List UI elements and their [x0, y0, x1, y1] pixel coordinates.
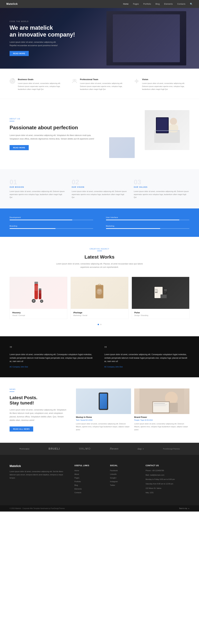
footer-about-text: Lorem ipsum dolor sit amet, consectetur … [10, 470, 68, 480]
feature-title-1: Business Goals [18, 78, 65, 80]
hero-tag: CODE THE WORLD [10, 20, 75, 22]
feature-text-2: Lorem ipsum dolor sit amet, consectetur … [80, 82, 127, 91]
footer-link-portfolio[interactable]: Portfolio [74, 480, 81, 482]
testimonials-section: " Lorem ipsum dolor sit amet, consectetu… [0, 336, 199, 377]
footer-link-blog[interactable]: Blog [74, 484, 78, 486]
brand-brueli: BRUELI [48, 447, 60, 450]
news-card-2: Brand Power People / Topic 02.05.2016 Lo… [134, 388, 190, 432]
read-all-news-button[interactable]: READ ALL NEWS [10, 426, 33, 432]
portfolio-name-3: Pulse [134, 312, 187, 314]
svg-rect-19 [39, 288, 41, 290]
quote-icon-2: " [104, 346, 190, 351]
footer-link-about[interactable]: About [74, 473, 79, 475]
news-post-title-2: Brand Power [134, 416, 190, 418]
back-to-top-button[interactable]: Back to top [179, 508, 190, 509]
footer-social-section: Social Facebook LinkedIn Google+ Instagr… [110, 464, 139, 496]
footer-social-facebook[interactable]: Facebook [110, 470, 118, 472]
nav-pages[interactable]: Pages [133, 3, 139, 5]
footer-social-twitter[interactable]: Twitter [110, 484, 115, 486]
hero-cta-button[interactable]: READ MORE [10, 51, 29, 56]
news-post-text-2: Lorem ipsum dolor sit amet, consectetur … [134, 422, 190, 431]
nav-portfolio[interactable]: Portfolio [143, 3, 151, 5]
mission-title-1: OUR MISSION [10, 186, 65, 188]
nav-blog[interactable]: Blog [156, 3, 160, 5]
news-img-2 [134, 388, 190, 414]
svg-rect-13 [169, 124, 178, 132]
svg-point-12 [170, 118, 177, 125]
portfolio-card-2[interactable]: iPackage Marketing / Social [70, 277, 128, 319]
nav-home[interactable]: Home [123, 3, 128, 5]
svg-rect-14 [154, 130, 179, 131]
svg-rect-10 [157, 118, 168, 132]
footer-social-heading: Social [110, 464, 139, 467]
portfolio-card-3[interactable]: focus on the shit Pulse Design / Brandin… [132, 277, 190, 319]
footer-social-linkedin[interactable]: LinkedIn [110, 473, 117, 475]
mission-item-2: 02 OUR VISION Lorem ipsum dolor sit amet… [72, 179, 127, 199]
nav-elements[interactable]: Elements [164, 3, 173, 5]
about-illustration [151, 116, 183, 144]
dot-2[interactable] [100, 324, 102, 325]
news-card-1: Meetup In Rome Tech / Social 02.6.2016 L… [76, 388, 131, 432]
about-read-more-button[interactable]: READ MORE [10, 145, 29, 150]
svg-text:shit: shit [155, 292, 158, 293]
footer-link-contacts[interactable]: Contacts [74, 492, 81, 494]
svg-rect-51 [154, 406, 166, 406]
feature-item-3: Vision Lorem ipsum dolor sit amet, conse… [134, 78, 190, 91]
feature-content-3: Vision Lorem ipsum dolor sit amet, conse… [142, 78, 190, 91]
testimonial-2: " Lorem ipsum dolor sit amet, consectetu… [104, 346, 190, 368]
about-text: Lorem ipsum dolor sit amet, consectetur … [10, 134, 95, 140]
feature-title-2: Professional Team [80, 78, 127, 80]
skill-bar-development [10, 220, 93, 220]
footer-links-list: Home About Pages Portfolio Blog Elements… [74, 469, 104, 494]
footer-email: Mail: mail@domain.com [146, 474, 190, 476]
hero-image [106, 11, 186, 66]
svg-rect-50 [154, 404, 168, 405]
testi-author-1: AC Company John Doe [10, 366, 95, 368]
svg-text:focus: focus [155, 289, 158, 290]
footer-social-instagram[interactable]: Instagram [110, 480, 118, 482]
brand-reven: Reven [110, 447, 118, 450]
portfolio-section: CREATIVE AGENCY Latest Works Lorem ipsum… [0, 237, 199, 336]
footer-social-googleplus[interactable]: Google+ [110, 477, 117, 479]
mission-item-1: 01 OUR MISSION Lorem ipsum dolor sit ame… [10, 179, 65, 199]
svg-point-4 [73, 79, 74, 81]
news-left: NEWS Latest Posts.Stay tuned! Lorem ipsu… [10, 388, 66, 432]
team-icon [72, 78, 78, 84]
skills-section: Development User Interface Branding Mark… [0, 208, 199, 237]
nav-contacts[interactable]: Contacts [177, 3, 186, 5]
svg-rect-41 [164, 292, 166, 293]
footer: Matelick Lorem ipsum dolor sit amet, con… [0, 455, 199, 505]
hero-section: CODE THE WORLD We are matelickan innovat… [0, 8, 199, 69]
news-posts: Meetup In Rome Tech / Social 02.6.2016 L… [76, 388, 190, 432]
business-goals-icon [10, 78, 15, 84]
news-tag: NEWS [10, 388, 66, 390]
svg-rect-32 [98, 292, 100, 293]
svg-point-26 [41, 301, 42, 302]
svg-point-7 [136, 81, 137, 82]
mission-section: 01 OUR MISSION Lorem ipsum dolor sit ame… [0, 169, 199, 208]
skill-fill-development [10, 220, 72, 220]
portfolio-info-1: Housery Visual / Concept [10, 309, 67, 319]
search-icon[interactable]: 🔍 [190, 3, 192, 5]
portfolio-card-1[interactable]: Housery Visual / Concept [10, 277, 67, 319]
svg-point-23 [33, 300, 34, 301]
portfolio-description: Lorem ipsum dolor sit amet, consectetur … [56, 262, 144, 269]
portfolio-img-2 [71, 277, 128, 309]
mission-num-2: 02 [72, 179, 127, 186]
nav-logo: Matelick [6, 2, 18, 6]
mission-title-3: OUR VALUES [134, 186, 190, 188]
about-title: Passionate about perfection [10, 124, 95, 130]
brand-envato: ✦envato [19, 447, 30, 450]
news-divider [10, 392, 14, 392]
footer-hours2: Saturday from 9:00 am to 12:00 pm [146, 482, 190, 485]
dot-1[interactable] [98, 324, 99, 325]
reading-illustration [134, 388, 190, 414]
footer-link-home[interactable]: Home [74, 470, 79, 472]
skill-bar-ui [106, 220, 190, 220]
skill-fill-branding [10, 228, 56, 229]
footer-link-elements[interactable]: Elements [74, 488, 82, 490]
skill-development: Development [10, 216, 93, 220]
svg-rect-31 [98, 291, 101, 292]
news-title: Latest Posts.Stay tuned! [10, 395, 66, 406]
footer-link-pages[interactable]: Pages [74, 477, 79, 479]
